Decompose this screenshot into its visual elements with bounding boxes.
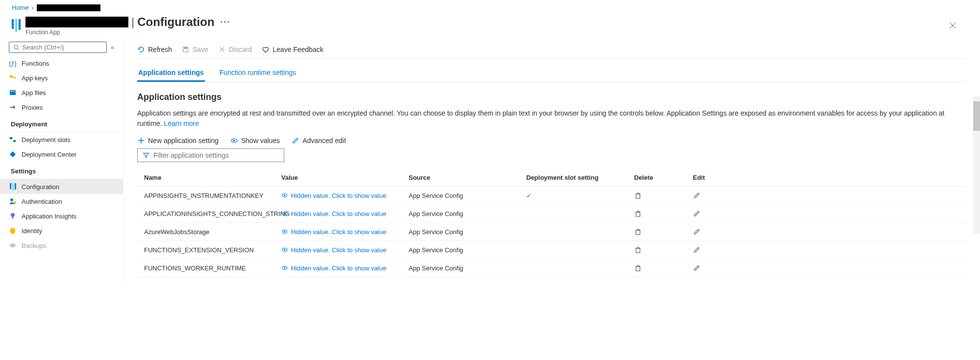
svg-rect-34: [636, 266, 640, 271]
sidebar-item-label: App files: [22, 89, 46, 96]
svg-rect-8: [13, 140, 16, 142]
key-icon: [9, 74, 17, 82]
svg-rect-28: [636, 230, 640, 235]
sidebar-search[interactable]: [9, 42, 107, 53]
close-icon[interactable]: [937, 19, 968, 32]
breadcrumb-home[interactable]: Home: [12, 4, 29, 11]
sidebar-item-deployment-slots[interactable]: Deployment slots: [0, 132, 123, 147]
advanced-edit-button[interactable]: Advanced edit: [292, 137, 346, 144]
toolbar: Refresh Save Discard Leave Feedback: [137, 44, 966, 59]
edit-button[interactable]: [693, 228, 752, 236]
svg-marker-9: [10, 151, 16, 157]
filter-box[interactable]: [137, 148, 284, 162]
col-source[interactable]: Source: [409, 174, 526, 181]
title-suffix: Configuration: [137, 15, 214, 29]
scrollbar[interactable]: [973, 96, 980, 234]
deploy-center-icon: [9, 150, 17, 158]
svg-point-27: [284, 231, 286, 233]
new-setting-button[interactable]: New application setting: [137, 137, 219, 144]
hidden-value-link[interactable]: Hidden value. Click to show value: [281, 228, 409, 236]
sidebar-item-label: Configuration: [22, 183, 59, 191]
chevron-right-icon: ›: [32, 4, 34, 11]
cell-slot: ✓: [526, 192, 634, 199]
tab-application-settings[interactable]: Application settings: [137, 65, 205, 82]
sidebar-item-label: Application Insights: [22, 213, 76, 220]
col-name[interactable]: Name: [144, 174, 281, 181]
col-delete[interactable]: Delete: [634, 174, 693, 181]
svg-point-33: [284, 267, 286, 269]
edit-button[interactable]: [693, 192, 752, 199]
filter-input[interactable]: [153, 151, 279, 159]
hidden-value-link[interactable]: Hidden value. Click to show value: [281, 210, 409, 217]
tabs: Application settings Function runtime se…: [137, 59, 966, 82]
edit-button[interactable]: [693, 210, 752, 217]
svg-point-24: [284, 213, 286, 215]
learn-more-link[interactable]: Learn more: [164, 120, 199, 127]
more-icon[interactable]: ···: [220, 17, 231, 27]
pencil-icon: [693, 264, 701, 272]
sidebar-item-configuration[interactable]: Configuration: [0, 179, 123, 194]
sidebar-item-label: Deployment slots: [22, 136, 71, 144]
svg-point-21: [284, 194, 286, 196]
sidebar-item-label: Proxies: [22, 104, 43, 111]
pencil-icon: [693, 246, 701, 254]
sidebar-item-identity[interactable]: Identity: [0, 223, 123, 238]
save-button[interactable]: Save: [182, 46, 208, 53]
sidebar-item-deployment-center[interactable]: Deployment Center: [0, 147, 123, 162]
svg-rect-22: [636, 194, 640, 198]
cell-name: APPLICATIONINSIGHTS_CONNECTION_STRING: [144, 210, 281, 217]
col-edit[interactable]: Edit: [693, 174, 752, 181]
table-row: FUNCTIONS_EXTENSION_VERSION Hidden value…: [137, 241, 966, 259]
delete-button[interactable]: [634, 228, 693, 236]
sidebar-item-app-insights[interactable]: Application Insights: [0, 209, 123, 223]
cell-name: FUNCTIONS_EXTENSION_VERSION: [144, 246, 281, 254]
feedback-button[interactable]: Leave Feedback: [262, 46, 323, 53]
trash-icon: [634, 192, 642, 199]
search-icon: [13, 44, 20, 51]
refresh-button[interactable]: Refresh: [137, 46, 172, 53]
col-value[interactable]: Value: [281, 174, 409, 181]
sidebar-item-label: Deployment Center: [22, 151, 76, 158]
files-icon: [9, 89, 17, 96]
search-input[interactable]: [23, 44, 103, 51]
delete-button[interactable]: [634, 210, 693, 217]
sidebar-item-label: Functions: [22, 60, 49, 67]
section-description: Application settings are encrypted at re…: [137, 108, 966, 129]
svg-rect-25: [636, 212, 640, 216]
hidden-value-link[interactable]: Hidden value. Click to show value: [281, 192, 409, 199]
hidden-value-link[interactable]: Hidden value. Click to show value: [281, 246, 409, 254]
pencil-icon: [693, 228, 701, 236]
pencil-icon: [292, 137, 299, 144]
sidebar-item-proxies[interactable]: Proxies: [0, 100, 123, 115]
tab-runtime-settings[interactable]: Function runtime settings: [219, 65, 297, 82]
sidebar-item-backups[interactable]: Backups: [0, 238, 123, 253]
pencil-icon: [693, 210, 701, 217]
edit-button[interactable]: [693, 264, 752, 272]
sidebar-item-app-keys[interactable]: App keys: [0, 71, 123, 85]
eye-icon: [230, 137, 238, 144]
breadcrumb-redacted: [37, 4, 100, 11]
cell-source: App Service Config: [409, 210, 526, 217]
col-slot[interactable]: Deployment slot setting: [526, 174, 634, 181]
hidden-value-link[interactable]: Hidden value. Click to show value: [281, 264, 409, 272]
trash-icon: [634, 246, 642, 254]
eye-icon: [281, 228, 288, 235]
delete-button[interactable]: [634, 246, 693, 254]
table-row: AzureWebJobsStorage Hidden value. Click …: [137, 223, 966, 241]
collapse-sidebar-icon[interactable]: «: [111, 44, 114, 51]
sidebar-item-app-files[interactable]: App files: [0, 85, 123, 100]
sidebar-item-functions[interactable]: {ƒ} Functions: [0, 56, 123, 71]
svg-rect-7: [10, 137, 12, 139]
discard-button[interactable]: Discard: [218, 46, 252, 53]
svg-point-12: [11, 213, 15, 217]
cell-source: App Service Config: [409, 192, 526, 199]
cell-name: APPINSIGHTS_INSTRUMENTATIONKEY: [144, 192, 281, 199]
proxy-icon: [9, 103, 17, 111]
delete-button[interactable]: [634, 264, 693, 272]
show-values-button[interactable]: Show values: [230, 137, 280, 144]
delete-button[interactable]: [634, 192, 693, 199]
edit-button[interactable]: [693, 246, 752, 254]
functions-icon: {ƒ}: [9, 59, 17, 67]
sidebar-item-authentication[interactable]: Authentication: [0, 194, 123, 209]
settings-table: Name Value Source Deployment slot settin…: [137, 169, 966, 277]
